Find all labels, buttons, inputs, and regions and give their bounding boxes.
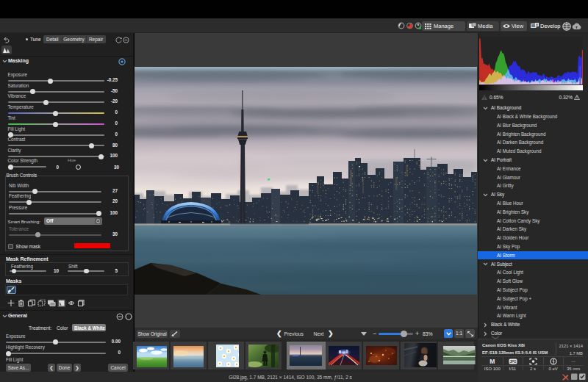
svg-text:JPG: JPG [509, 360, 517, 364]
